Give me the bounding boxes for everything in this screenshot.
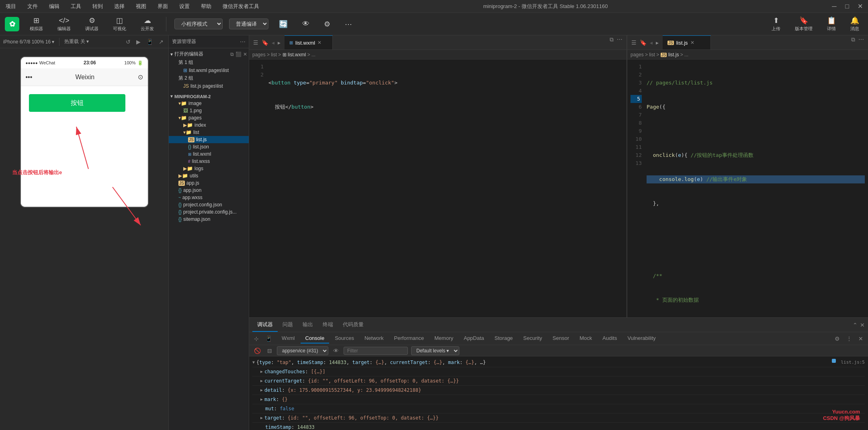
menu-interface[interactable]: 界面 — [155, 2, 170, 11]
detail-arrow[interactable]: ▶ — [260, 387, 263, 394]
panel-tab-output[interactable]: 输出 — [298, 318, 318, 332]
devtools-tab-mock[interactable]: Mock — [575, 333, 597, 344]
menu-file[interactable]: 文件 — [25, 2, 40, 11]
tool-visual[interactable]: ◫ 可视化 — [109, 14, 130, 33]
left-bookmark-btn[interactable]: 🔖 — [261, 39, 269, 47]
left-code-text[interactable]: <button type="primary" bindtap="onclick"… — [265, 60, 626, 317]
file-listjs[interactable]: JS list.js — [169, 136, 249, 143]
hot-reload-btn[interactable]: 热重载 关 ▾ — [64, 38, 89, 45]
tab-listjs[interactable]: JS list.js ✕ — [663, 35, 711, 49]
log-file-ref[interactable]: list.js:5 — [841, 359, 865, 366]
devtools-device-btn[interactable]: 📱 — [264, 335, 274, 343]
device-selector[interactable]: iPhone 6/7/8 100% 16 ▾ — [3, 39, 54, 45]
open-file-js[interactable]: JS list.js pages\list — [169, 82, 249, 90]
mark-arrow[interactable]: ▶ — [260, 396, 263, 403]
right-code-text[interactable]: // pages/list/list.js Page({ onclick(e){… — [643, 60, 868, 317]
folder-logs[interactable]: ▶📁 logs — [169, 165, 249, 172]
tool-debugger[interactable]: ⚙ 调试器 — [81, 14, 102, 33]
right-forward-btn[interactable]: ▸ — [655, 39, 659, 47]
file-listwxss[interactable]: # list.wxss — [169, 158, 249, 165]
preview-toggle-btn[interactable]: 👁 — [298, 18, 313, 30]
devtools-tab-wxml[interactable]: Wxml — [277, 333, 300, 344]
maximize-button[interactable]: □ — [842, 2, 852, 11]
left-forward-btn[interactable]: ▸ — [277, 39, 281, 47]
open-editors-header[interactable]: ▾ 打开的编辑器 ⧉ ⬛ ✕ — [169, 50, 249, 58]
tool-simulator[interactable]: ⊞ 模拟器 — [26, 14, 47, 33]
right-more-btn[interactable]: ⋯ — [858, 35, 865, 49]
panel-tab-terminal[interactable]: 终端 — [318, 318, 338, 332]
sim-arrow-btn[interactable]: ↗ — [157, 38, 165, 46]
demo-button[interactable]: 按钮 — [29, 94, 125, 112]
menu-edit[interactable]: 编辑 — [47, 2, 62, 11]
file-projectprivate[interactable]: {} project.private.config.js... — [169, 208, 249, 216]
menu-view[interactable]: 视图 — [133, 2, 149, 11]
devtools-tab-sources[interactable]: Sources — [330, 333, 359, 344]
left-split-btn[interactable]: ⧉ — [609, 35, 614, 49]
menu-project[interactable]: 项目 — [3, 2, 18, 11]
left-menu-btn[interactable]: ☰ — [252, 39, 259, 47]
menu-wechat-devtools[interactable]: 微信开发者工具 — [220, 2, 262, 11]
file-projectconfig[interactable]: {} project.config.json — [169, 201, 249, 208]
file-appjson[interactable]: {} app.json — [169, 187, 249, 194]
file-appwxss[interactable]: ~ app.wxss — [169, 194, 249, 201]
file-sitemap[interactable]: {} sitemap.json — [169, 216, 249, 223]
detail-btn[interactable]: 📋 详情 — [823, 14, 840, 33]
sim-play-btn[interactable]: ▶ — [135, 38, 142, 46]
minimize-button[interactable]: ─ — [829, 2, 839, 11]
split-editor-btn[interactable]: ⧉ — [230, 51, 234, 57]
devtools-tab-console[interactable]: Console — [301, 333, 330, 344]
menu-settings[interactable]: 设置 — [177, 2, 192, 11]
panel-tab-quality[interactable]: 代码质量 — [338, 318, 368, 332]
log-expand-arrow[interactable]: ▼ — [252, 359, 255, 366]
file-listjson[interactable]: {} list.json — [169, 143, 249, 150]
devtools-tab-memory[interactable]: Memory — [430, 333, 458, 344]
devtools-tab-security[interactable]: Security — [518, 333, 547, 344]
console-eye-btn[interactable]: 👁 — [332, 347, 340, 355]
menu-goto[interactable]: 转到 — [90, 2, 105, 11]
panel-tab-debugger[interactable]: 调试器 — [252, 318, 278, 332]
more-btn[interactable]: ⋯ — [341, 18, 356, 30]
devtools-tab-vulnerability[interactable]: Vulnerability — [622, 333, 660, 344]
tool-cloud[interactable]: ☁ 云开发 — [137, 14, 158, 33]
changedTouches-arrow[interactable]: ▶ — [260, 368, 263, 375]
save-all-btn[interactable]: ⬛ — [235, 51, 242, 57]
file-appjs[interactable]: JS app.js — [169, 179, 249, 187]
right-back-btn[interactable]: ◂ — [649, 39, 653, 47]
js-tab-close[interactable]: ✕ — [690, 40, 694, 45]
left-back-btn[interactable]: ◂ — [271, 39, 275, 47]
panel-expand-btn[interactable]: ⌃ — [853, 322, 858, 328]
menu-help[interactable]: 帮助 — [199, 2, 214, 11]
tab-listwxml[interactable]: ⊞ list.wxml ✕ — [285, 35, 333, 49]
folder-utils[interactable]: ▶📁 utils — [169, 172, 249, 179]
folder-list[interactable]: ▾📁 list — [169, 129, 249, 136]
devtools-settings-btn[interactable]: ⚙ — [833, 335, 841, 343]
file-listwxml[interactable]: ⊞ list.wxml — [169, 150, 249, 158]
open-file-wxml[interactable]: ⊞ list.wxml pages\list — [169, 67, 249, 74]
sim-phone-btn[interactable]: 📱 — [145, 38, 155, 46]
panel-tab-problems[interactable]: 问题 — [278, 318, 298, 332]
console-filter-input[interactable] — [344, 347, 408, 355]
settings-gear-btn[interactable]: ⚙ — [320, 18, 334, 30]
right-split-btn[interactable]: ⧉ — [850, 35, 856, 49]
folder-index[interactable]: ▶📁 index — [169, 121, 249, 129]
folder-pages[interactable]: ▾📁 pages — [169, 114, 249, 121]
right-bookmark-btn[interactable]: 🔖 — [639, 39, 647, 47]
project-header[interactable]: ▾ MINIPROGRAM-2 — [169, 93, 249, 100]
folder-image[interactable]: ▾📁 image — [169, 100, 249, 107]
devtools-tab-storage[interactable]: Storage — [490, 333, 518, 344]
devtools-close-btn[interactable]: ✕ — [857, 335, 865, 343]
tool-editor[interactable]: </> 编辑器 — [53, 15, 75, 33]
devtools-tab-network[interactable]: Network — [360, 333, 389, 344]
log-level-selector[interactable]: Default levels ▾ — [411, 346, 459, 355]
notification-btn[interactable]: 🔔 消息 — [846, 14, 863, 33]
devtools-tab-audits[interactable]: Audits — [598, 333, 622, 344]
currentTarget-arrow[interactable]: ▶ — [260, 377, 263, 385]
context-selector[interactable]: appservice (#31) — [277, 346, 328, 355]
sim-refresh-btn[interactable]: ↺ — [124, 38, 132, 46]
devtools-tab-performance[interactable]: Performance — [389, 333, 429, 344]
version-btn[interactable]: 🔖 版本管理 — [791, 14, 817, 33]
compile-selector[interactable]: 普通编译 — [229, 19, 268, 29]
menu-tools[interactable]: 工具 — [68, 2, 84, 11]
filetree-more-btn[interactable]: ⋯ — [240, 39, 246, 45]
target-arrow[interactable]: ▶ — [260, 414, 263, 422]
